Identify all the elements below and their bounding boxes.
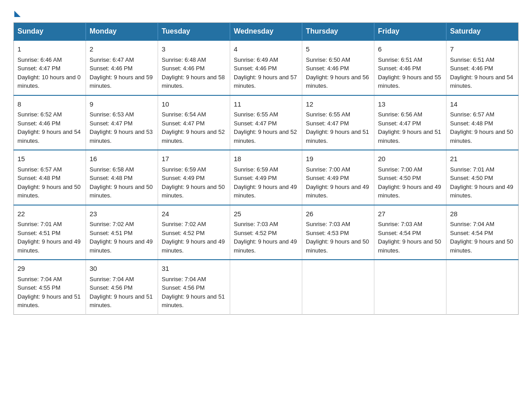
day-info: Sunrise: 7:02 AMSunset: 4:51 PMDaylight:… [90, 220, 154, 255]
calendar-cell: 8Sunrise: 6:52 AMSunset: 4:46 PMDaylight… [14, 95, 86, 150]
day-number: 13 [378, 99, 442, 110]
day-number: 12 [306, 99, 370, 110]
calendar-cell: 11Sunrise: 6:55 AMSunset: 4:47 PMDayligh… [230, 95, 302, 150]
logo [13, 9, 21, 15]
calendar-table: SundayMondayTuesdayWednesdayThursdayFrid… [13, 22, 519, 315]
day-number: 20 [378, 154, 442, 164]
calendar-cell: 27Sunrise: 7:03 AMSunset: 4:54 PMDayligh… [374, 205, 446, 260]
calendar-cell: 23Sunrise: 7:02 AMSunset: 4:51 PMDayligh… [86, 205, 158, 260]
day-info: Sunrise: 7:03 AMSunset: 4:52 PMDaylight:… [234, 220, 298, 255]
calendar-cell: 1Sunrise: 6:46 AMSunset: 4:47 PMDaylight… [14, 40, 86, 95]
calendar-cell [374, 260, 446, 314]
day-info: Sunrise: 7:01 AMSunset: 4:50 PMDaylight:… [450, 165, 515, 200]
calendar-cell [230, 260, 302, 314]
calendar-cell: 13Sunrise: 6:56 AMSunset: 4:47 PMDayligh… [374, 95, 446, 150]
day-number: 4 [234, 44, 298, 55]
day-number: 18 [234, 154, 298, 164]
day-number: 19 [306, 154, 370, 164]
day-info: Sunrise: 6:47 AMSunset: 4:46 PMDaylight:… [90, 56, 154, 90]
day-number: 21 [450, 154, 515, 164]
week-row-2: 8Sunrise: 6:52 AMSunset: 4:46 PMDaylight… [14, 95, 519, 150]
calendar-cell: 2Sunrise: 6:47 AMSunset: 4:46 PMDaylight… [86, 40, 158, 95]
day-number: 9 [90, 99, 154, 110]
day-info: Sunrise: 6:49 AMSunset: 4:46 PMDaylight:… [234, 56, 298, 90]
day-info: Sunrise: 6:57 AMSunset: 4:48 PMDaylight:… [450, 110, 515, 145]
calendar-cell: 30Sunrise: 7:04 AMSunset: 4:56 PMDayligh… [86, 260, 158, 314]
week-row-4: 22Sunrise: 7:01 AMSunset: 4:51 PMDayligh… [14, 205, 519, 260]
day-number: 2 [90, 44, 154, 55]
day-info: Sunrise: 7:03 AMSunset: 4:54 PMDaylight:… [378, 220, 442, 255]
day-info: Sunrise: 7:04 AMSunset: 4:55 PMDaylight:… [17, 275, 82, 310]
calendar-cell: 4Sunrise: 6:49 AMSunset: 4:46 PMDaylight… [230, 40, 302, 95]
weekday-header-tuesday: Tuesday [158, 23, 230, 41]
day-info: Sunrise: 6:50 AMSunset: 4:46 PMDaylight:… [306, 56, 370, 90]
day-info: Sunrise: 7:03 AMSunset: 4:53 PMDaylight:… [306, 220, 370, 255]
day-info: Sunrise: 6:46 AMSunset: 4:47 PMDaylight:… [17, 56, 82, 90]
day-number: 1 [17, 44, 82, 55]
day-number: 15 [17, 154, 82, 164]
page-header [13, 9, 519, 15]
day-info: Sunrise: 6:53 AMSunset: 4:47 PMDaylight:… [90, 110, 154, 145]
calendar-cell: 28Sunrise: 7:04 AMSunset: 4:54 PMDayligh… [446, 205, 519, 260]
calendar-cell: 16Sunrise: 6:58 AMSunset: 4:48 PMDayligh… [86, 150, 158, 205]
calendar-cell: 20Sunrise: 7:00 AMSunset: 4:50 PMDayligh… [374, 150, 446, 205]
day-number: 29 [17, 264, 82, 274]
weekday-header-saturday: Saturday [446, 23, 519, 41]
calendar-cell [302, 260, 374, 314]
calendar-cell: 7Sunrise: 6:51 AMSunset: 4:46 PMDaylight… [446, 40, 519, 95]
weekday-header-sunday: Sunday [14, 23, 86, 41]
day-info: Sunrise: 6:55 AMSunset: 4:47 PMDaylight:… [306, 110, 370, 145]
week-row-3: 15Sunrise: 6:57 AMSunset: 4:48 PMDayligh… [14, 150, 519, 205]
day-info: Sunrise: 7:04 AMSunset: 4:56 PMDaylight:… [90, 275, 154, 310]
day-info: Sunrise: 6:51 AMSunset: 4:46 PMDaylight:… [378, 56, 442, 90]
day-number: 27 [378, 209, 442, 219]
day-number: 7 [450, 44, 515, 55]
day-info: Sunrise: 7:01 AMSunset: 4:51 PMDaylight:… [17, 220, 82, 255]
weekday-header-wednesday: Wednesday [230, 23, 302, 41]
calendar-cell: 10Sunrise: 6:54 AMSunset: 4:47 PMDayligh… [158, 95, 230, 150]
day-number: 10 [162, 99, 226, 110]
calendar-cell: 22Sunrise: 7:01 AMSunset: 4:51 PMDayligh… [14, 205, 86, 260]
day-number: 17 [162, 154, 226, 164]
day-info: Sunrise: 6:56 AMSunset: 4:47 PMDaylight:… [378, 110, 442, 145]
calendar-cell: 31Sunrise: 7:04 AMSunset: 4:56 PMDayligh… [158, 260, 230, 314]
day-info: Sunrise: 6:51 AMSunset: 4:46 PMDaylight:… [450, 56, 515, 90]
weekday-header-row: SundayMondayTuesdayWednesdayThursdayFrid… [14, 23, 519, 41]
weekday-header-thursday: Thursday [302, 23, 374, 41]
day-number: 30 [90, 264, 154, 274]
day-info: Sunrise: 6:59 AMSunset: 4:49 PMDaylight:… [162, 165, 226, 200]
day-number: 28 [450, 209, 515, 219]
day-info: Sunrise: 7:00 AMSunset: 4:49 PMDaylight:… [306, 165, 370, 200]
day-info: Sunrise: 6:52 AMSunset: 4:46 PMDaylight:… [17, 110, 82, 145]
calendar-cell: 12Sunrise: 6:55 AMSunset: 4:47 PMDayligh… [302, 95, 374, 150]
calendar-cell: 25Sunrise: 7:03 AMSunset: 4:52 PMDayligh… [230, 205, 302, 260]
calendar-cell: 24Sunrise: 7:02 AMSunset: 4:52 PMDayligh… [158, 205, 230, 260]
day-info: Sunrise: 6:59 AMSunset: 4:49 PMDaylight:… [234, 165, 298, 200]
weekday-header-friday: Friday [374, 23, 446, 41]
calendar-cell: 14Sunrise: 6:57 AMSunset: 4:48 PMDayligh… [446, 95, 519, 150]
day-number: 31 [162, 264, 226, 274]
calendar-cell: 19Sunrise: 7:00 AMSunset: 4:49 PMDayligh… [302, 150, 374, 205]
day-info: Sunrise: 6:54 AMSunset: 4:47 PMDaylight:… [162, 110, 226, 145]
day-number: 22 [17, 209, 82, 219]
day-info: Sunrise: 7:02 AMSunset: 4:52 PMDaylight:… [162, 220, 226, 255]
day-info: Sunrise: 6:55 AMSunset: 4:47 PMDaylight:… [234, 110, 298, 145]
day-number: 16 [90, 154, 154, 164]
calendar-cell [446, 260, 519, 314]
day-number: 14 [450, 99, 515, 110]
day-info: Sunrise: 7:04 AMSunset: 4:56 PMDaylight:… [162, 275, 226, 310]
day-number: 11 [234, 99, 298, 110]
day-number: 25 [234, 209, 298, 219]
calendar-cell: 26Sunrise: 7:03 AMSunset: 4:53 PMDayligh… [302, 205, 374, 260]
day-number: 5 [306, 44, 370, 55]
calendar-cell: 15Sunrise: 6:57 AMSunset: 4:48 PMDayligh… [14, 150, 86, 205]
week-row-5: 29Sunrise: 7:04 AMSunset: 4:55 PMDayligh… [14, 260, 519, 314]
day-info: Sunrise: 7:00 AMSunset: 4:50 PMDaylight:… [378, 165, 442, 200]
logo-arrow-icon [14, 11, 21, 17]
calendar-cell: 9Sunrise: 6:53 AMSunset: 4:47 PMDaylight… [86, 95, 158, 150]
day-number: 23 [90, 209, 154, 219]
calendar-cell: 17Sunrise: 6:59 AMSunset: 4:49 PMDayligh… [158, 150, 230, 205]
calendar-cell: 18Sunrise: 6:59 AMSunset: 4:49 PMDayligh… [230, 150, 302, 205]
calendar-cell: 5Sunrise: 6:50 AMSunset: 4:46 PMDaylight… [302, 40, 374, 95]
day-number: 26 [306, 209, 370, 219]
